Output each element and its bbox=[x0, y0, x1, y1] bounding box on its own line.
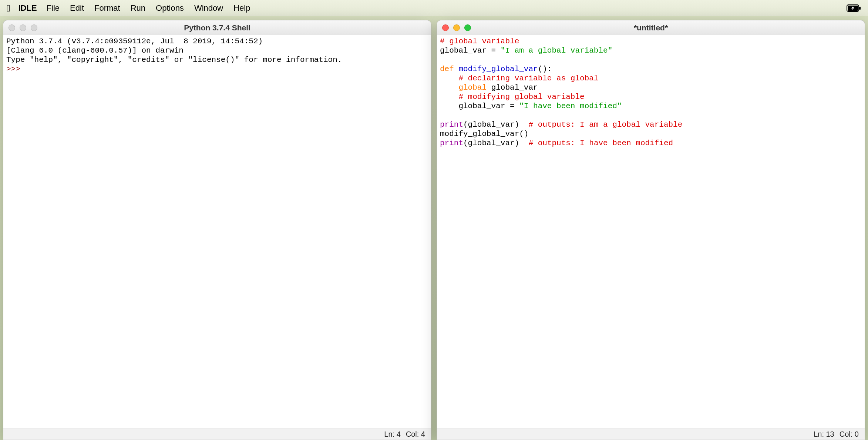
shell-status-col: Col: 4 bbox=[406, 430, 425, 439]
macos-menubar:  IDLE File Edit Format Run Options Wind… bbox=[0, 0, 868, 16]
editor-statusbar: Ln: 13 Col: 0 bbox=[437, 429, 865, 440]
zoom-icon[interactable] bbox=[31, 24, 37, 31]
shell-statusbar: Ln: 4 Col: 4 bbox=[3, 429, 431, 440]
menu-options[interactable]: Options bbox=[156, 3, 184, 13]
shell-banner-line1: Python 3.7.4 (v3.7.4:e09359112e, Jul 8 2… bbox=[6, 37, 268, 46]
battery-charging-icon[interactable] bbox=[847, 4, 861, 12]
menu-format[interactable]: Format bbox=[94, 3, 120, 13]
shell-traffic-lights bbox=[9, 24, 37, 31]
code-comment: # outputs: I have been modified bbox=[528, 139, 673, 147]
editor-window-title: *untitled* bbox=[437, 23, 865, 32]
code-funcname: modify_global_var bbox=[454, 65, 538, 73]
shell-window: Python 3.7.4 Shell Python 3.7.4 (v3.7.4:… bbox=[3, 20, 431, 440]
code-line: (global_var) bbox=[463, 120, 528, 129]
code-line: modify_global_var() bbox=[440, 130, 528, 138]
shell-prompt: >>> bbox=[6, 65, 25, 73]
menu-window[interactable]: Window bbox=[194, 3, 223, 13]
editor-titlebar[interactable]: *untitled* bbox=[437, 20, 865, 35]
code-line: (): bbox=[538, 65, 552, 73]
code-line: # modifying global variable bbox=[440, 93, 585, 101]
apple-logo-icon[interactable]:  bbox=[7, 3, 10, 14]
shell-banner-line3: Type "help", "copyright", "credits" or "… bbox=[6, 56, 342, 64]
close-icon[interactable] bbox=[442, 24, 449, 31]
text-cursor-icon bbox=[440, 149, 440, 157]
editor-status-line: Ln: 13 bbox=[814, 430, 834, 439]
menubar-left:  IDLE File Edit Format Run Options Wind… bbox=[7, 3, 260, 14]
close-icon[interactable] bbox=[9, 24, 15, 31]
shell-window-title: Python 3.7.4 Shell bbox=[3, 23, 431, 32]
code-string: "I have been modified" bbox=[519, 102, 622, 110]
shell-banner-line2: [Clang 6.0 (clang-600.0.57)] on darwin bbox=[6, 46, 184, 55]
menu-file[interactable]: File bbox=[47, 3, 60, 13]
minimize-icon[interactable] bbox=[20, 24, 26, 31]
code-line: (global_var) bbox=[463, 139, 528, 147]
menu-help[interactable]: Help bbox=[233, 3, 250, 13]
code-builtin: print bbox=[440, 120, 463, 129]
code-line: global_var = bbox=[440, 102, 519, 110]
code-line: global_var bbox=[487, 83, 538, 92]
code-string: "I am a global variable" bbox=[501, 46, 612, 55]
code-builtin: print bbox=[440, 139, 463, 147]
menu-run[interactable]: Run bbox=[131, 3, 145, 13]
code-keyword: global bbox=[440, 83, 487, 92]
shell-text-area[interactable]: Python 3.7.4 (v3.7.4:e09359112e, Jul 8 2… bbox=[3, 35, 431, 429]
code-comment: # outputs: I am a global variable bbox=[528, 120, 682, 129]
code-keyword: def bbox=[440, 65, 454, 73]
shell-status-line: Ln: 4 bbox=[384, 430, 400, 439]
code-line: # declaring variable as global bbox=[440, 74, 598, 83]
minimize-icon[interactable] bbox=[453, 24, 460, 31]
zoom-icon[interactable] bbox=[464, 24, 471, 31]
editor-traffic-lights bbox=[442, 24, 471, 31]
shell-titlebar[interactable]: Python 3.7.4 Shell bbox=[3, 20, 431, 35]
code-line: # global variable bbox=[440, 37, 519, 46]
editor-window: *untitled* # global variable global_var … bbox=[437, 20, 865, 440]
editor-text-area[interactable]: # global variable global_var = "I am a g… bbox=[437, 35, 865, 429]
menubar-app-name[interactable]: IDLE bbox=[18, 3, 37, 13]
menu-edit[interactable]: Edit bbox=[70, 3, 84, 13]
code-line: global_var = bbox=[440, 46, 501, 55]
svg-rect-1 bbox=[859, 7, 861, 10]
desktop-area: Python 3.7.4 Shell Python 3.7.4 (v3.7.4:… bbox=[0, 16, 868, 440]
editor-status-col: Col: 0 bbox=[840, 430, 859, 439]
